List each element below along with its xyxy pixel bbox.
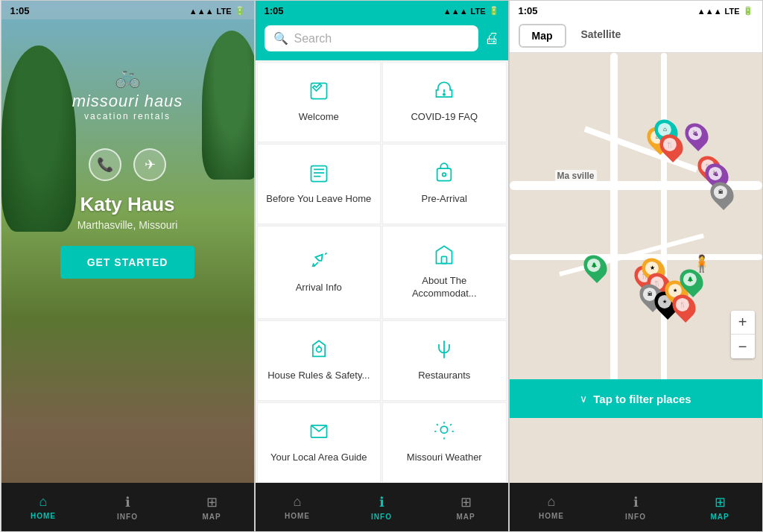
- menu-item-5[interactable]: About The Accommodat...: [382, 226, 507, 319]
- map-screen: 1:05 ▲▲▲ LTE 🔋 Map Satellite Ma sville ⌂: [509, 0, 763, 532]
- home-nav-icon: ⌂: [39, 494, 48, 510]
- home-nav-label: HOME: [31, 512, 56, 520]
- svg-rect-8: [442, 256, 447, 263]
- battery-icon: 🔋: [235, 6, 245, 16]
- status-bar-info: 1:05 ▲▲▲ LTE 🔋: [256, 1, 508, 19]
- zoom-in-button[interactable]: +: [731, 311, 755, 335]
- info-nav-icon-info: ℹ: [379, 494, 384, 510]
- signal-icon-info: ▲▲▲: [443, 7, 468, 16]
- info-nav-icon-map: ℹ: [633, 494, 639, 510]
- svg-point-1: [443, 94, 445, 95]
- status-bar-map: 1:05 ▲▲▲ LTE 🔋: [510, 1, 762, 19]
- battery-icon-map: 🔋: [743, 6, 753, 16]
- home-nav-label-map: HOME: [539, 512, 564, 520]
- nav-info-info[interactable]: ℹ INFO: [340, 494, 424, 521]
- nav-map-map[interactable]: ⊞ MAP: [678, 494, 762, 521]
- nav-home-info[interactable]: ⌂ HOME: [256, 494, 340, 520]
- nav-info[interactable]: ℹ INFO: [86, 494, 170, 521]
- bottom-nav-home: ⌂ HOME ℹ INFO ⊞ MAP: [1, 483, 254, 531]
- svg-point-12: [441, 426, 448, 433]
- menu-item-label-5: About The Accommodat...: [390, 275, 498, 300]
- search-bar: 🔍 Search 🖨: [256, 19, 508, 60]
- contact-icons: 📞 ✈: [89, 148, 166, 181]
- message-button[interactable]: ✈: [133, 148, 166, 181]
- nav-map[interactable]: ⊞ MAP: [170, 494, 254, 521]
- status-time: 1:05: [10, 5, 30, 16]
- menu-item-7[interactable]: Restaurants: [382, 320, 507, 401]
- home-content: 🚲 missouri haus vacation rentals 📞 ✈ Kat…: [1, 19, 254, 279]
- info-content-wrapper: 1:05 ▲▲▲ LTE 🔋 🔍 Search 🖨 Welcome COVID-…: [256, 1, 508, 484]
- map-nav-icon: ⊞: [206, 494, 218, 510]
- menu-item-icon-1: [434, 80, 455, 105]
- menu-item-icon-5: [434, 244, 455, 269]
- menu-item-icon-7: [434, 339, 455, 364]
- home-nav-label-info: HOME: [285, 512, 310, 520]
- property-location: Marthasville, Missouri: [77, 219, 178, 231]
- nav-home[interactable]: ⌂ HOME: [1, 494, 86, 520]
- lte-label-info: LTE: [471, 7, 486, 16]
- bottom-nav-map: ⌂ HOME ℹ INFO ⊞ MAP: [510, 483, 762, 531]
- filter-bar[interactable]: ∨ Tap to filter places: [510, 379, 762, 418]
- map-nav-label: MAP: [202, 513, 221, 521]
- menu-item-label-7: Restaurants: [418, 370, 470, 382]
- menu-item-4[interactable]: Arrival Info: [257, 226, 382, 319]
- menu-item-icon-2: [308, 162, 329, 187]
- zoom-controls: + −: [731, 311, 755, 358]
- info-nav-label: INFO: [117, 513, 138, 521]
- filter-bar-label: Tap to filter places: [593, 393, 691, 405]
- home-nav-icon-info: ⌂: [294, 494, 302, 510]
- battery-icon-info: 🔋: [489, 6, 499, 16]
- svg-line-15: [437, 424, 438, 425]
- map-pin-purple1[interactable]: 🍇: [680, 118, 713, 151]
- menu-item-label-3: Pre-Arrival: [422, 193, 467, 206]
- lte-label: LTE: [217, 7, 232, 16]
- info-screen: 1:05 ▲▲▲ LTE 🔋 🔍 Search 🖨 Welcome COVID-…: [255, 0, 509, 532]
- search-placeholder: Search: [294, 32, 332, 45]
- nav-map-info[interactable]: ⊞ MAP: [424, 494, 508, 521]
- svg-rect-5: [311, 166, 326, 182]
- menu-item-label-6: House Rules & Safety...: [267, 370, 370, 382]
- menu-item-label-4: Arrival Info: [296, 282, 342, 294]
- print-button[interactable]: 🖨: [484, 30, 499, 47]
- nav-home-map[interactable]: ⌂ HOME: [510, 494, 594, 520]
- phone-button[interactable]: 📞: [89, 148, 121, 181]
- city-label: Ma sville: [555, 170, 597, 182]
- signal-icon-map: ▲▲▲: [697, 7, 722, 16]
- menu-item-icon-4: [308, 251, 329, 276]
- status-time-map: 1:05: [519, 5, 538, 16]
- map-background: Ma sville ⌂ ⌂ 🍴 🍇 🍴 🍇 🏛: [510, 53, 762, 418]
- info-nav-label-info: INFO: [371, 513, 392, 521]
- brand-sub: vacation rentals: [72, 111, 183, 121]
- menu-item-icon-0: [308, 80, 329, 105]
- map-nav-label-info: MAP: [456, 513, 475, 521]
- home-screen: 1:05 ▲▲▲ LTE 🔋 🚲 missouri haus vacation …: [1, 0, 255, 532]
- search-icon: 🔍: [273, 31, 288, 45]
- info-nav-label-map: INFO: [625, 513, 646, 521]
- zoom-out-button[interactable]: −: [731, 335, 755, 358]
- menu-item-0[interactable]: Welcome: [257, 62, 382, 142]
- menu-item-2[interactable]: Before You Leave Home: [257, 144, 382, 224]
- svg-point-7: [443, 173, 446, 177]
- get-started-button[interactable]: GET STARTED: [60, 246, 195, 279]
- tab-satellite[interactable]: Satellite: [569, 24, 633, 48]
- menu-item-label-0: Welcome: [299, 111, 339, 124]
- menu-item-3[interactable]: Pre-Arrival: [382, 144, 507, 224]
- menu-item-1[interactable]: COVID-19 FAQ: [382, 62, 507, 142]
- info-nav-icon: ℹ: [125, 494, 130, 510]
- menu-item-9[interactable]: Missouri Weather: [382, 402, 507, 483]
- menu-item-6[interactable]: House Rules & Safety...: [257, 320, 382, 401]
- status-icons: ▲▲▲ LTE 🔋: [189, 6, 245, 16]
- search-input-container[interactable]: 🔍 Search: [265, 25, 478, 51]
- bottom-nav-info: ⌂ HOME ℹ INFO ⊞ MAP: [256, 483, 508, 531]
- nav-info-map[interactable]: ℹ INFO: [594, 494, 678, 521]
- menu-item-icon-8: [308, 421, 329, 446]
- map-area[interactable]: Ma sville ⌂ ⌂ 🍴 🍇 🍴 🍇 🏛: [510, 53, 762, 418]
- menu-item-8[interactable]: Your Local Area Guide: [257, 402, 382, 483]
- bike-icon: 🚲: [72, 64, 183, 89]
- status-bar-home: 1:05 ▲▲▲ LTE 🔋: [1, 1, 254, 19]
- menu-item-icon-9: [434, 421, 455, 446]
- person-pin[interactable]: 🧍: [691, 254, 712, 273]
- home-nav-icon-map: ⌂: [548, 494, 556, 510]
- tab-map[interactable]: Map: [519, 24, 566, 48]
- menu-item-label-8: Your Local Area Guide: [270, 452, 367, 464]
